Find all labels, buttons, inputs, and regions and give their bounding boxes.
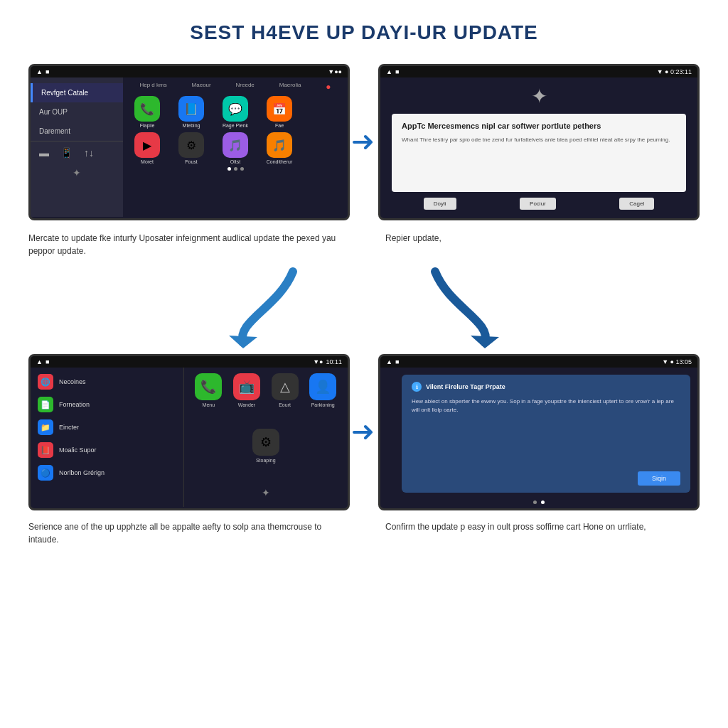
topbar-4: Maerolia [279, 82, 301, 92]
screen2-icon1: ▲ [386, 68, 392, 75]
app-icon-7: 🎵 [267, 132, 292, 158]
screen3-mercedes: ✦ [190, 484, 343, 501]
app-label-1: Mtebing [183, 123, 200, 128]
screen1-icon2: ■ [46, 68, 49, 75]
screen4-time: ▼ ● 13:05 [662, 358, 692, 365]
s-icon-2: 📁 [38, 419, 53, 435]
app-6[interactable]: 🎵 Oltst [215, 132, 255, 164]
s-label-3: Moalic Supor [59, 446, 97, 454]
s-label-2: Eincter [59, 424, 79, 431]
s-icon-4: 🔵 [38, 465, 53, 481]
sapp-icon-2: △ [272, 373, 299, 400]
sapp-3[interactable]: 👤 Parkioning [309, 373, 336, 407]
s-item-1[interactable]: 📄 Forneation [31, 393, 183, 416]
screen4-left: ▲ ■ [386, 358, 399, 365]
screen3: ▲ ■ ▼● 10:11 🌐 Necoines 📄 Fo [28, 354, 350, 510]
topbar-1: Hep d kms [139, 82, 166, 92]
screen4-cell: ▲ ■ ▼ ● 13:05 ℹ Vilent Firelure Tagr Prp… [378, 354, 700, 510]
screen4-dot-2 [541, 500, 545, 504]
caption-bottom-right: Confirm the update p easy in oult pross … [385, 515, 700, 546]
app-2[interactable]: 💬 Rage Plenk [215, 96, 255, 128]
screen4-icon1: ▲ [386, 358, 392, 365]
dialog-icon: ℹ [412, 382, 422, 392]
sapp-label-0: Menu [203, 402, 215, 407]
screen2-time: ▼ ● 0:23:11 [657, 68, 692, 75]
sapp-2[interactable]: △ Eourt [272, 373, 299, 407]
app-5[interactable]: ⚙ Foust [171, 132, 211, 164]
sapp-0[interactable]: 📞 Menu [195, 373, 222, 407]
sapp-bottom[interactable]: ⚙ Stoaping [252, 429, 279, 463]
app-spacer [304, 96, 343, 128]
screen4-dot-1 [533, 500, 537, 504]
dialog-title-text: Vilent Firelure Tagr Prpate [426, 383, 505, 390]
screen2-cell: ▲ ■ ▼ ● 0:23:11 ✦ AppTc Mercesmencs nipl… [378, 64, 700, 220]
screen2-content: ✦ AppTc Mercesmencs nipl car softwer por… [380, 77, 697, 217]
s-item-4[interactable]: 🔵 Norlbon Grérign [31, 461, 183, 484]
app-0[interactable]: 📞 Flapile [127, 96, 167, 128]
screen4-right: ▼ ● 13:05 [662, 358, 692, 365]
page-title: SEST H4EVE UP DAYI-UR UPDATE [28, 21, 700, 44]
sapp-label-1: Wander [238, 402, 255, 407]
app-4[interactable]: ▶ Moret [127, 132, 167, 164]
sapp-icon-1: 📺 [233, 373, 260, 400]
screen3-top-apps: 📞 Menu 📺 Wander △ Eourt 👤 [190, 373, 343, 407]
app-icon-1: 📘 [178, 96, 204, 122]
s-label-4: Norlbon Grérign [59, 469, 105, 476]
dot-1 [228, 167, 231, 171]
sapp-1[interactable]: 📺 Wander [233, 373, 260, 407]
sapp-label-3: Parkioning [311, 402, 335, 407]
s-item-3[interactable]: 📕 Moalic Supor [31, 439, 183, 461]
screen4: ▲ ■ ▼ ● 13:05 ℹ Vilent Firelure Tagr Prp… [378, 354, 700, 510]
screen1-cell: ▲ ■ ▼●● Revfget Catale Aur OUP Darement … [28, 64, 350, 220]
screen1-sidebar: Revfget Catale Aur OUP Darement ▬ 📱 ↑↓ ✦ [31, 77, 123, 217]
s-item-2[interactable]: 📁 Eincter [31, 416, 183, 439]
sidebar-icon-2: 📱 [60, 147, 73, 159]
dialog-title-row: ℹ Vilent Firelure Tagr Prpate [412, 382, 680, 392]
screen3-right: ▼● 10:11 [313, 358, 342, 365]
update-buttons: Doyli Pociur Cagel [392, 198, 686, 210]
topbar-5: ● [326, 82, 331, 92]
s-icon-3: 📕 [38, 442, 53, 458]
screen2: ▲ ■ ▼ ● 0:23:11 ✦ AppTc Mercesmencs nipl… [378, 64, 700, 220]
btn-doyli[interactable]: Doyli [424, 198, 456, 210]
top-row: ▲ ■ ▼●● Revfget Catale Aur OUP Darement … [28, 64, 700, 220]
app-icon-0: 📞 [134, 96, 160, 122]
app-3[interactable]: 📅 Fae [259, 96, 299, 128]
screen1-statusbar: ▲ ■ ▼●● [31, 66, 348, 77]
update-box: AppTc Mercesmencs nipl car softwer portl… [392, 114, 686, 192]
update-body: Whant Thre testiry par spio ode tne zend… [402, 136, 676, 144]
caption-spacer-bottom [350, 515, 378, 546]
screen4-icon2: ■ [395, 358, 399, 365]
app-label-2: Rage Plenk [223, 123, 248, 128]
s-icon-1: 📄 [38, 397, 53, 412]
app-label-3: Fae [275, 123, 284, 128]
sidebar-item-1[interactable]: Revfget Catale [31, 83, 123, 102]
sidebar-item-2[interactable]: Aur OUP [31, 102, 123, 122]
sidebar-icon-1: ▬ [39, 147, 49, 159]
screen1-status-left: ▲ ■ [36, 68, 49, 75]
caption-top-left-text: Mercate to update fke inturfy Uposater i… [28, 232, 343, 257]
apps-topbar: Hep d kms Maeour Nreede Maerolia ● [127, 82, 343, 92]
sidebar-item-3[interactable]: Darement [31, 122, 123, 141]
s-item-0[interactable]: 🌐 Necoines [31, 370, 183, 393]
app-label-4: Moret [141, 159, 154, 164]
screen2-logo: ✦ [531, 85, 547, 108]
screen3-apps: 📞 Menu 📺 Wander △ Eourt 👤 [184, 368, 348, 507]
dialog-signin-button[interactable]: Siqin [638, 471, 680, 486]
app-icon-6: 🎵 [223, 132, 248, 158]
sapp-icon-3: 👤 [309, 373, 336, 400]
app-label-0: Flapile [140, 123, 155, 128]
top-captions: Mercate to update fke inturfy Uposater i… [28, 226, 700, 257]
app-icon-5: ⚙ [178, 132, 204, 158]
screen3-content: 🌐 Necoines 📄 Forneation 📁 Eincter 📕 Moal… [31, 368, 348, 507]
caption-spacer [350, 226, 378, 257]
app-7[interactable]: 🎵 Conditherur [259, 132, 299, 164]
caption-top-right-text: Repier update, [385, 232, 700, 245]
app-1[interactable]: 📘 Mtebing [171, 96, 211, 128]
btn-pociur[interactable]: Pociur [520, 198, 556, 210]
screen1-status-right: ▼●● [328, 68, 342, 75]
screen1-wifi: ▼●● [328, 68, 342, 75]
screen1-mercedes: ✦ [31, 164, 123, 181]
screen4-content: ℹ Vilent Firelure Tagr Prpate Hew ablect… [380, 368, 697, 507]
btn-cagel[interactable]: Cagel [619, 198, 654, 210]
